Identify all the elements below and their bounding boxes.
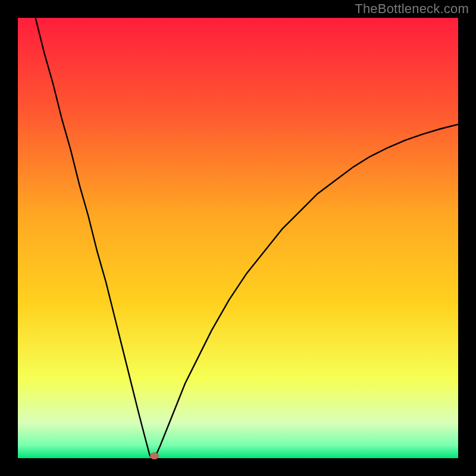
chart-canvas [0, 0, 476, 476]
chart-frame: TheBottleneck.com [0, 0, 476, 476]
optimal-point-marker [150, 453, 158, 459]
plot-background [18, 18, 458, 458]
